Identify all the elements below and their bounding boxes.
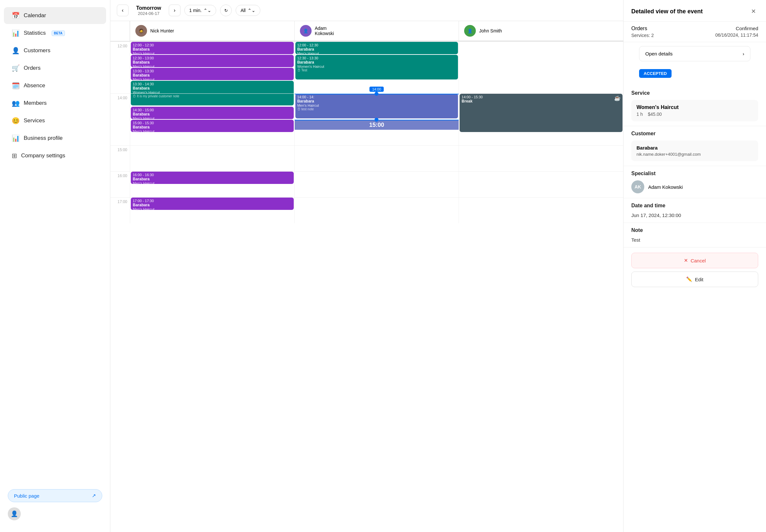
specialist-name: Adam Kokowski — [648, 184, 683, 190]
event-nick-1500[interactable]: 15:00 - 15:30 Barabara Men's Haircut — [131, 120, 294, 132]
adam-cell-1400[interactable]: 14:00 - 14: Barabara Men's Haircut 🗒 tes… — [294, 93, 459, 145]
filter-chevron-icon: ⌃⌄ — [248, 8, 255, 13]
adam-cell-1500[interactable] — [294, 145, 459, 171]
sidebar-label-customers: Customers — [24, 47, 50, 54]
adam-cell-1600[interactable] — [294, 171, 459, 197]
event-adam-1200[interactable]: 12:00 - 12:30 Barabara Men's Haircut — [295, 42, 458, 54]
john-cell-1400[interactable]: 14:00 - 15:30 Break ☕ — [459, 93, 623, 145]
cancel-icon: ✕ — [684, 258, 688, 263]
john-cell-1600[interactable] — [459, 171, 623, 197]
edit-icon: ✏️ — [686, 276, 692, 282]
sidebar-label-calendar: Calendar — [24, 12, 46, 19]
adam-cell-1200[interactable]: 12:00 - 12:30 Barabara Men's Haircut 12:… — [294, 42, 459, 93]
event-note: 🗒 test note — [297, 107, 456, 111]
chevron-right-icon: › — [743, 51, 744, 56]
service-name: Women's Haircut — [637, 104, 753, 110]
sidebar-label-statistics: Statistics — [24, 30, 46, 36]
prev-button[interactable]: ‹ — [117, 5, 128, 16]
time-grid: 12:00 12:00 - 12:30 Barabara Men's Hairc… — [110, 42, 623, 223]
event-service: Men's Haircut — [297, 52, 456, 54]
sidebar-item-business-profile[interactable]: 📊 Business profile — [4, 130, 106, 147]
time-indicator-label: 14:00 — [370, 87, 384, 92]
event-john-break[interactable]: 14:00 - 15:30 Break ☕ — [460, 94, 623, 132]
nick-cell-1700[interactable]: 17:00 - 17:30 Barabara Men's Haircut — [130, 197, 294, 223]
cancel-label: Cancel — [691, 258, 706, 263]
event-service: Men's Haircut — [133, 65, 292, 67]
time-indicator-dot — [374, 92, 378, 96]
cancel-button[interactable]: ✕ Cancel — [631, 253, 758, 268]
specialist-avatar: AK — [631, 180, 644, 193]
event-customer: Barabara — [133, 60, 292, 65]
adam-avatar-img: 👤 — [303, 29, 308, 33]
nick-name: Nick Hunter — [150, 28, 174, 33]
interval-label: 1 min. — [189, 8, 201, 13]
event-adam-1230[interactable]: 12:30 - 13:30 Barabara Women's Haircut 🗒… — [295, 55, 458, 79]
event-datetime-meta: 06/16/2024, 11:17:54 — [715, 32, 758, 38]
customer-section-label: Customer — [631, 131, 758, 137]
public-page-button[interactable]: Public page ↗ — [8, 489, 102, 502]
time-indicator-container: 14:00 — [295, 94, 459, 94]
interval-select[interactable]: 1 min. ⌃⌄ — [184, 5, 216, 16]
sidebar-item-calendar[interactable]: 📅 Calendar — [4, 7, 106, 24]
calendar-body[interactable]: 12:00 12:00 - 12:30 Barabara Men's Hairc… — [110, 42, 623, 532]
nick-cell-1500[interactable] — [130, 145, 294, 171]
nick-cell-1400[interactable]: 14:30 - 15:00 Barabara Men's Haircut 15:… — [130, 93, 294, 145]
services-count: Services: 2 — [631, 33, 654, 38]
sidebar-item-company-settings[interactable]: ⊞ Company settings — [4, 147, 106, 164]
event-nick-1700[interactable]: 17:00 - 17:30 Barabara Men's Haircut — [131, 198, 294, 210]
event-time: 15:00 - 15:30 — [133, 121, 292, 125]
event-nick-1300[interactable]: 13:00 - 13:30 Barabara Men's Haircut — [131, 68, 294, 80]
day-label: Tomorrow — [136, 5, 161, 11]
open-details-label: Open details — [645, 51, 673, 56]
filter-select[interactable]: All ⌃⌄ — [236, 5, 260, 16]
break-label: Break — [462, 99, 483, 103]
sidebar-item-members[interactable]: 👥 Members — [4, 95, 106, 112]
statistics-icon: 📊 — [12, 29, 20, 37]
sidebar-label-company: Company settings — [21, 152, 65, 159]
time-indicator-bottom — [295, 120, 459, 120]
event-adam-1400[interactable]: 14:00 - 14: Barabara Men's Haircut 🗒 tes… — [295, 94, 458, 118]
john-cell-1200[interactable] — [459, 42, 623, 93]
event-nick-1230[interactable]: 12:30 - 13:00 Barabara Men's Haircut — [131, 55, 294, 67]
event-service: Men's Haircut — [133, 129, 292, 132]
event-customer: Barabara — [133, 112, 292, 116]
specialist-row: AK Adam Kokowski — [631, 180, 758, 193]
detail-title: Detailed view of the event — [631, 8, 703, 15]
break-time: 14:00 - 15:30 — [462, 95, 483, 99]
sidebar-item-absence[interactable]: 🗓️ Absence — [4, 77, 106, 94]
close-button[interactable]: ✕ — [748, 6, 758, 16]
event-nick-1430[interactable]: 14:30 - 15:00 Barabara Men's Haircut — [131, 107, 294, 119]
sidebar-item-orders[interactable]: 🛒 Orders — [4, 60, 106, 77]
nick-cell-1600[interactable]: 16:00 - 16:30 Barabara Men's Haircut — [130, 171, 294, 197]
service-section: Service Women's Haircut 1 h $45.00 — [624, 86, 766, 126]
john-cell-1500[interactable] — [459, 145, 623, 171]
customer-email: nik.name.doker+4001@gmail.com — [637, 152, 753, 157]
calendar-icon: 📅 — [12, 12, 20, 19]
customer-name: Barabara — [637, 145, 753, 151]
john-avatar-img: 👤 — [468, 29, 473, 33]
event-customer: Barabara — [297, 99, 456, 103]
open-details-button[interactable]: Open details › — [639, 46, 750, 61]
user-avatar-button[interactable]: 👤 — [8, 507, 21, 520]
refresh-button[interactable]: ↻ — [220, 5, 232, 16]
orders-icon: 🛒 — [12, 64, 20, 72]
next-button[interactable]: › — [169, 5, 180, 16]
event-time: 12:30 - 13:30 — [297, 56, 456, 60]
event-time: 17:00 - 17:30 — [133, 199, 292, 203]
john-cell-1700[interactable] — [459, 197, 623, 223]
time-label-1500: 15:00 — [110, 145, 130, 171]
service-duration: 1 h — [637, 112, 643, 117]
nick-cell-1200[interactable]: 12:00 - 12:30 Barabara Men's Haircut 12:… — [130, 42, 294, 93]
specialist-section: Specialist AK Adam Kokowski — [624, 166, 766, 198]
event-nick-1600[interactable]: 16:00 - 16:30 Barabara Men's Haircut — [131, 172, 294, 184]
sidebar-label-business: Business profile — [24, 135, 63, 141]
sidebar-item-statistics[interactable]: 📊 Statistics BETA — [4, 25, 106, 42]
edit-button[interactable]: ✏️ Edit — [631, 272, 758, 287]
break-icon: ☕ — [614, 95, 621, 103]
refresh-icon: ↻ — [224, 8, 228, 13]
adam-cell-1700[interactable] — [294, 197, 459, 223]
event-nick-1200[interactable]: 12:00 - 12:30 Barabara Men's Haircut — [131, 42, 294, 54]
sidebar-item-customers[interactable]: 👤 Customers — [4, 42, 106, 59]
status-label: Confirmed — [736, 26, 758, 31]
sidebar-item-services[interactable]: 😊 Services — [4, 112, 106, 129]
